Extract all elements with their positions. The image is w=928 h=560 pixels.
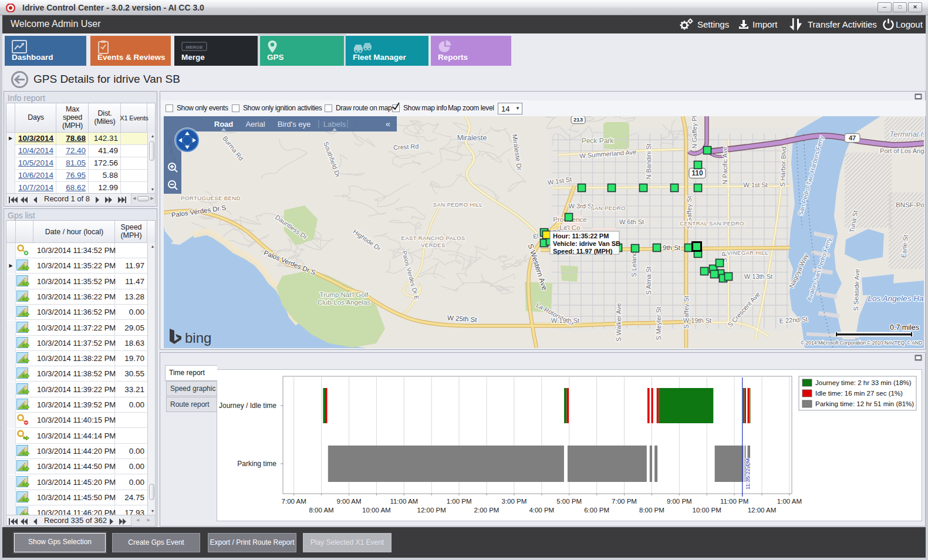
- svg-text:Trump Nat'l Golf: Trump Nat'l Golf: [320, 291, 369, 298]
- svg-text:Labels: Labels: [323, 120, 346, 129]
- svg-text:10:00 AM: 10:00 AM: [362, 507, 391, 514]
- svg-text:N Pacific Ave: N Pacific Ave: [721, 147, 728, 185]
- svg-text:bing: bing: [185, 330, 211, 346]
- svg-text:N Gaffey Pl: N Gaffey Pl: [691, 116, 698, 149]
- svg-text:213: 213: [573, 116, 583, 123]
- svg-text:Peck Park: Peck Park: [582, 137, 615, 145]
- svg-text:SAN PEDRO HILL: SAN PEDRO HILL: [433, 201, 482, 208]
- svg-text:Port of Los Angel: Port of Los Angel: [880, 147, 924, 154]
- svg-text:8:00 PM: 8:00 PM: [639, 507, 664, 514]
- svg-text:6:00 PM: 6:00 PM: [584, 507, 609, 514]
- svg-text:5:00 PM: 5:00 PM: [556, 498, 582, 505]
- svg-text:Aerial: Aerial: [245, 120, 265, 129]
- svg-text:1:00 PM: 1:00 PM: [447, 498, 472, 505]
- svg-text:© AND: © AND: [907, 340, 922, 346]
- svg-text:8:00 AM: 8:00 AM: [309, 507, 333, 514]
- svg-text:S Harbor Blvd: S Harbor Blvd: [779, 146, 787, 187]
- svg-text:3:00 PM: 3:00 PM: [501, 498, 527, 505]
- svg-text:PORTUGUESE BEND: PORTUGUESE BEND: [181, 195, 240, 201]
- svg-text:S Walker Ave: S Walker Ave: [615, 303, 622, 341]
- svg-text:N Bandini St: N Bandini St: [645, 143, 652, 179]
- svg-text:Crest Rd: Crest Rd: [393, 143, 419, 151]
- svg-text:W 3rd St: W 3rd St: [569, 203, 594, 210]
- svg-text:12:00 AM: 12:00 AM: [748, 507, 777, 514]
- svg-text:EAST RANCHO PALOS: EAST RANCHO PALOS: [401, 235, 465, 241]
- svg-text:110: 110: [691, 169, 703, 177]
- svg-text:© 2014 Microsoft Corporation: © 2014 Microsoft Corporation: [801, 340, 866, 346]
- svg-text:Lit'l Co: Lit'l Co: [560, 224, 581, 231]
- svg-text:S Seaside Ave: S Seaside Ave: [852, 269, 860, 311]
- svg-text:Speed: 11.97 (MPH): Speed: 11.97 (MPH): [553, 248, 613, 255]
- svg-text:Los Angeles Harb: Los Angeles Harb: [868, 294, 924, 303]
- svg-text:© 2010 NAVTEQ: © 2010 NAVTEQ: [867, 340, 905, 346]
- svg-text:Parking time: 12 hr 51 min (81: Parking time: 12 hr 51 min (81%): [815, 400, 914, 407]
- svg-text:CENTRAL SAN PEDRO: CENTRAL SAN PEDRO: [680, 220, 744, 227]
- svg-text:1:00 AM: 1:00 AM: [777, 498, 802, 505]
- svg-text:Bird's eye: Bird's eye: [278, 120, 311, 129]
- svg-text:Terminal Is: Terminal Is: [889, 130, 924, 139]
- svg-text:BNSF-Port: BNSF-Port: [896, 201, 924, 208]
- svg-text:11:00 PM: 11:00 PM: [720, 498, 748, 505]
- svg-text:W 13th St: W 13th St: [744, 273, 772, 280]
- svg-text:VERDES: VERDES: [421, 242, 445, 248]
- svg-text:VINEGAR HILL: VINEGAR HILL: [727, 249, 768, 256]
- svg-text:4:00 PM: 4:00 PM: [529, 507, 554, 514]
- svg-text:47: 47: [849, 134, 856, 141]
- svg-text:Journey time: 2 hr 33 min (18%: Journey time: 2 hr 33 min (18%): [815, 379, 912, 386]
- svg-text:Vehicle: idrive Van SB: Vehicle: idrive Van SB: [553, 240, 620, 247]
- svg-text:SAN PEDRO: SAN PEDRO: [590, 205, 626, 211]
- svg-text:S Alma St: S Alma St: [645, 266, 652, 295]
- svg-text:Journey / Idle time: Journey / Idle time: [219, 402, 276, 410]
- svg-text:10:00 PM: 10:00 PM: [693, 507, 721, 514]
- svg-text:11:35:22 PM: 11:35:22 PM: [744, 458, 751, 490]
- svg-text:2:00 PM: 2:00 PM: [474, 507, 500, 514]
- svg-text:MERGE: MERGE: [185, 45, 203, 50]
- svg-text:9:00 AM: 9:00 AM: [336, 498, 361, 505]
- svg-text:9:00 PM: 9:00 PM: [667, 498, 692, 505]
- svg-text:0.7 miles: 0.7 miles: [890, 323, 919, 332]
- svg-text:7:00 PM: 7:00 PM: [612, 498, 637, 505]
- svg-text:W 6th St: W 6th St: [619, 218, 644, 225]
- svg-text:W 19th St: W 19th St: [683, 317, 711, 324]
- svg-text:Road: Road: [214, 120, 234, 129]
- svg-text:Parking time: Parking time: [237, 460, 276, 468]
- svg-text:Hour: 11:35:22 PM: Hour: 11:35:22 PM: [553, 232, 609, 239]
- svg-text:Idle time: 16 min 27 sec (1%): Idle time: 16 min 27 sec (1%): [815, 390, 903, 397]
- svg-text:Club-Los Angelas: Club-Los Angelas: [318, 299, 370, 306]
- svg-text:W 19th St: W 19th St: [551, 317, 579, 324]
- svg-text:11:00 AM: 11:00 AM: [390, 498, 418, 505]
- svg-text:S Meyler St: S Meyler St: [655, 307, 662, 340]
- svg-text:W 1st St: W 1st St: [743, 181, 768, 188]
- svg-text:S Leland: S Leland: [630, 251, 637, 276]
- svg-text:7:00 AM: 7:00 AM: [282, 498, 306, 505]
- svg-text:Miraleste: Miraleste: [457, 134, 487, 142]
- svg-text:12:00 PM: 12:00 PM: [417, 507, 446, 514]
- svg-text:«: «: [386, 119, 390, 129]
